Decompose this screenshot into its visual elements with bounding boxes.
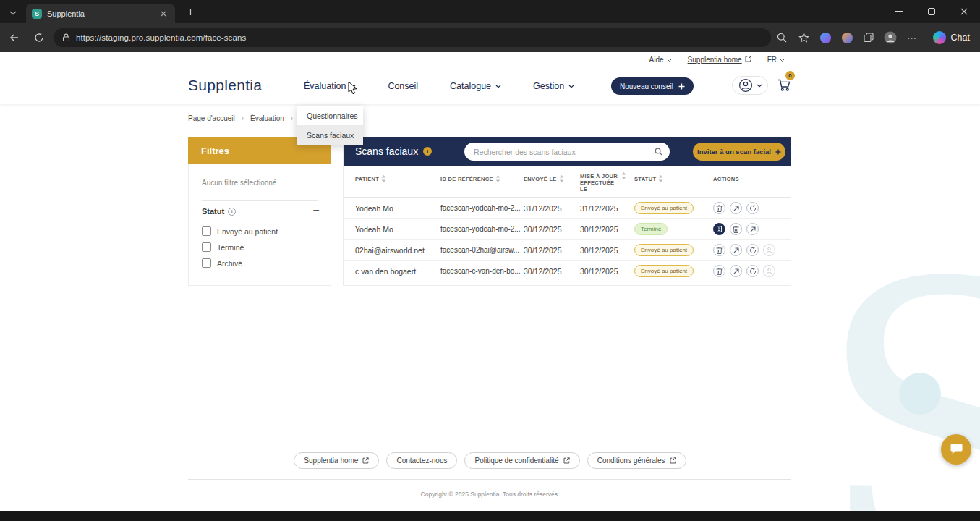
dropdown-item-scans-faciaux[interactable]: Scans faciaux: [297, 125, 363, 145]
status-badge: Terminé: [634, 223, 668, 235]
panel-header: Scans faciaux i Inviter à un scan facial: [344, 137, 791, 166]
action-resend-button[interactable]: [746, 202, 759, 214]
nav-item-catalogue[interactable]: Catalogue: [450, 81, 501, 91]
action-resend-button[interactable]: [746, 244, 759, 256]
cell-updated-date: 30/12/2025: [580, 240, 618, 260]
cell-patient: Yodeah Mo: [355, 219, 438, 240]
column-header-id-de-reference[interactable]: ID de référence: [440, 176, 500, 182]
utility-bar: Aide Supplentia home FR: [0, 52, 980, 67]
close-button[interactable]: [947, 0, 980, 23]
page-content: S Aide Supplentia home FR Supplentia Éva…: [0, 52, 980, 511]
action-report-button[interactable]: [713, 223, 725, 235]
action-open-button[interactable]: [730, 202, 742, 214]
cell-reference-id: facescan-yodeah-mo-2...: [440, 198, 521, 219]
collections-icon[interactable]: [862, 31, 875, 44]
chat-label: Chat: [951, 33, 970, 43]
back-button[interactable]: [6, 29, 23, 46]
account-menu[interactable]: [732, 76, 768, 95]
chat-button[interactable]: Chat: [927, 27, 976, 48]
column-header-mise-a-jour-effectuee-le[interactable]: Mise à jour effectuée le: [580, 173, 626, 192]
column-header-statut[interactable]: Statut: [634, 176, 663, 182]
person-icon: [766, 268, 772, 274]
column-header-patient[interactable]: Patient: [355, 176, 386, 182]
chevron-down-icon: [757, 84, 762, 88]
action-open-button[interactable]: [746, 223, 759, 235]
action-open-button[interactable]: [730, 244, 742, 256]
action-open-button[interactable]: [730, 265, 742, 277]
extension-b-icon[interactable]: [840, 31, 853, 44]
action-trash-button[interactable]: [713, 202, 725, 214]
filter-option-termine[interactable]: Terminé: [202, 242, 278, 252]
maximize-button[interactable]: [915, 0, 947, 23]
table-header: PatientID de référenceEnvoyé leMise à jo…: [344, 166, 791, 198]
refresh-button[interactable]: [30, 29, 48, 46]
nav-item-evaluation[interactable]: Évaluation: [304, 81, 356, 91]
cell-reference-id: facescan-yodeah-mo-2...: [440, 219, 521, 240]
resend-icon: [749, 205, 757, 212]
checkbox[interactable]: [202, 226, 211, 236]
filter-option-envoye-au-patient[interactable]: Envoyé au patient: [202, 226, 278, 236]
action-person-button[interactable]: [763, 265, 775, 277]
breadcrumb-item-page-d-accueil[interactable]: Page d'accueil: [188, 114, 235, 122]
search-icon: [655, 148, 662, 156]
footer-link-contactez-nous[interactable]: Contactez-nous: [386, 452, 457, 469]
checkbox[interactable]: [202, 258, 211, 268]
table-row: 02hai@airsworld.netfacescan-02hai@airsw.…: [344, 240, 791, 260]
extension-a-icon[interactable]: [819, 31, 832, 44]
tab-search-button[interactable]: [6, 6, 20, 17]
dropdown-item-questionnaires[interactable]: Questionnaires: [297, 106, 363, 125]
status-badge: Envoyé au patient: [634, 265, 694, 277]
nouveau-conseil-button[interactable]: Nouveau conseil: [611, 77, 694, 95]
browser-titlebar: S Supplentia: [0, 0, 980, 23]
sort-icon: [495, 175, 500, 182]
supplentia-home-link[interactable]: Supplentia home: [688, 56, 751, 64]
language-selector[interactable]: FR: [767, 56, 785, 64]
action-trash-button[interactable]: [730, 223, 742, 235]
status-badge: Envoyé au patient: [634, 244, 694, 256]
more-options-icon[interactable]: ⋯: [906, 31, 919, 44]
table-row: Yodeah Mofacescan-yodeah-mo-2...31/12/20…: [344, 198, 791, 219]
footer-link-conditions-generales[interactable]: Conditions générales: [587, 452, 686, 469]
sort-icon: [559, 175, 564, 182]
browser-tab[interactable]: S Supplentia: [26, 4, 175, 23]
cell-sent-date: 30/12/2025: [524, 219, 562, 240]
filter-option-archive[interactable]: Archivé: [202, 258, 278, 268]
chat-fab-button[interactable]: [941, 434, 971, 465]
panel-title: Scans faciaux i: [355, 145, 432, 157]
chevron-right-icon: ›: [291, 114, 293, 122]
action-resend-button[interactable]: [746, 265, 759, 277]
breadcrumb-item-evaluation[interactable]: Évaluation: [250, 114, 284, 122]
resend-icon: [749, 268, 757, 275]
plus-icon: [775, 149, 781, 155]
footer-link-supplentia-home[interactable]: Supplentia home: [294, 452, 379, 469]
address-bar[interactable]: https://staging.pro.supplentia.com/face-…: [54, 28, 771, 47]
cell-status: Envoyé au patient: [634, 260, 694, 281]
search-icon[interactable]: [775, 31, 788, 44]
collapse-group-button[interactable]: –: [313, 203, 319, 215]
supplentia-logo[interactable]: Supplentia: [188, 77, 262, 94]
cell-updated-date: 30/12/2025: [580, 260, 618, 281]
favorites-star-icon[interactable]: [797, 31, 810, 44]
filters-panel: Filtres Aucun filtre sélectionné Statut …: [188, 137, 331, 286]
help-menu[interactable]: Aide: [649, 56, 672, 64]
action-trash-button[interactable]: [713, 244, 725, 256]
action-person-button[interactable]: [763, 244, 775, 256]
invite-scan-button[interactable]: Inviter à un scan facial: [693, 143, 785, 161]
report-icon: [716, 226, 723, 232]
profile-avatar-icon[interactable]: [884, 31, 897, 44]
cart-icon: [777, 79, 791, 92]
minimize-button[interactable]: [882, 0, 915, 23]
url-text: https://staging.pro.supplentia.com/face-…: [76, 33, 246, 42]
search-input[interactable]: [464, 148, 655, 156]
cell-reference-id: facescan-02hai@airsw...: [440, 240, 521, 260]
screen: S Supplentia https://staging.pro.supplen…: [0, 0, 980, 521]
tab-close-icon[interactable]: [158, 8, 169, 20]
nav-item-conseil[interactable]: Conseil: [388, 81, 418, 91]
checkbox[interactable]: [202, 242, 211, 252]
column-header-envoye-le[interactable]: Envoyé le: [524, 176, 564, 182]
nav-item-gestion[interactable]: Gestion: [533, 81, 574, 91]
footer-link-politique-de-confidentialite[interactable]: Politique de confidentialité: [464, 452, 579, 469]
open-icon: [733, 206, 739, 211]
new-tab-button[interactable]: [184, 5, 197, 18]
action-trash-button[interactable]: [713, 265, 725, 277]
